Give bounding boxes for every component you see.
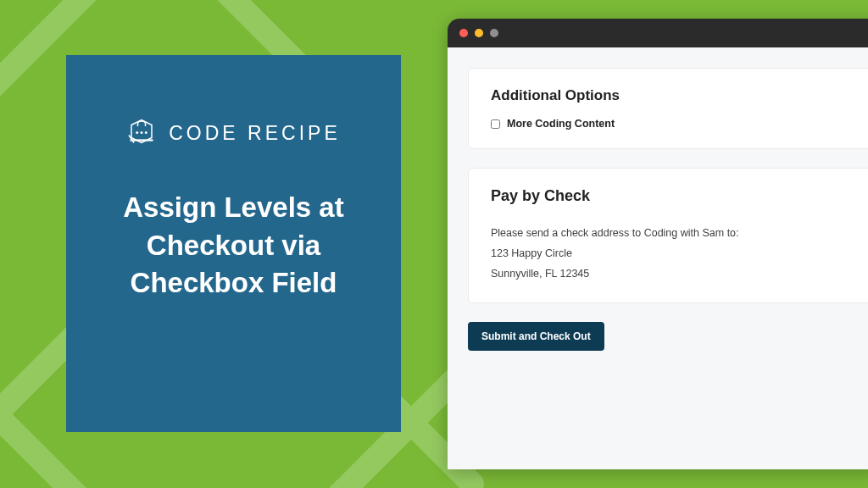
browser-titlebar xyxy=(448,19,868,47)
svg-point-0 xyxy=(136,131,139,134)
checkout-page: Additional Options More Coding Content P… xyxy=(448,47,868,469)
payment-address-line2: Sunnyville, FL 12345 xyxy=(491,264,857,285)
window-zoom-icon[interactable] xyxy=(490,29,498,37)
payment-instructions: Please send a check address to Coding wi… xyxy=(491,224,857,284)
page-title: Assign Levels at Checkout via Checkbox F… xyxy=(95,189,372,302)
payment-address-line1: 123 Happy Circle xyxy=(491,244,857,264)
submit-checkout-button[interactable]: Submit and Check Out xyxy=(468,322,604,351)
additional-options-panel: Additional Options More Coding Content xyxy=(468,68,868,149)
svg-point-2 xyxy=(145,131,147,134)
brand-row: CODE RECIPE xyxy=(95,116,372,150)
browser-window: Additional Options More Coding Content P… xyxy=(448,19,868,469)
promo-canvas: CODE RECIPE Assign Levels at Checkout vi… xyxy=(0,0,868,488)
window-close-icon[interactable] xyxy=(459,29,468,37)
more-coding-content-row: More Coding Content xyxy=(491,118,857,130)
more-coding-content-label: More Coding Content xyxy=(507,118,615,130)
additional-options-heading: Additional Options xyxy=(491,87,857,104)
title-card: CODE RECIPE Assign Levels at Checkout vi… xyxy=(66,55,401,432)
code-recipe-logo-icon xyxy=(126,116,157,150)
window-minimize-icon[interactable] xyxy=(475,29,483,37)
payment-instruction-line: Please send a check address to Coding wi… xyxy=(491,224,857,244)
pay-by-check-panel: Pay by Check Please send a check address… xyxy=(468,168,868,303)
more-coding-content-checkbox[interactable] xyxy=(491,119,500,129)
svg-point-1 xyxy=(141,131,143,134)
pay-by-check-heading: Pay by Check xyxy=(491,187,857,205)
brand-name: CODE RECIPE xyxy=(169,122,340,145)
